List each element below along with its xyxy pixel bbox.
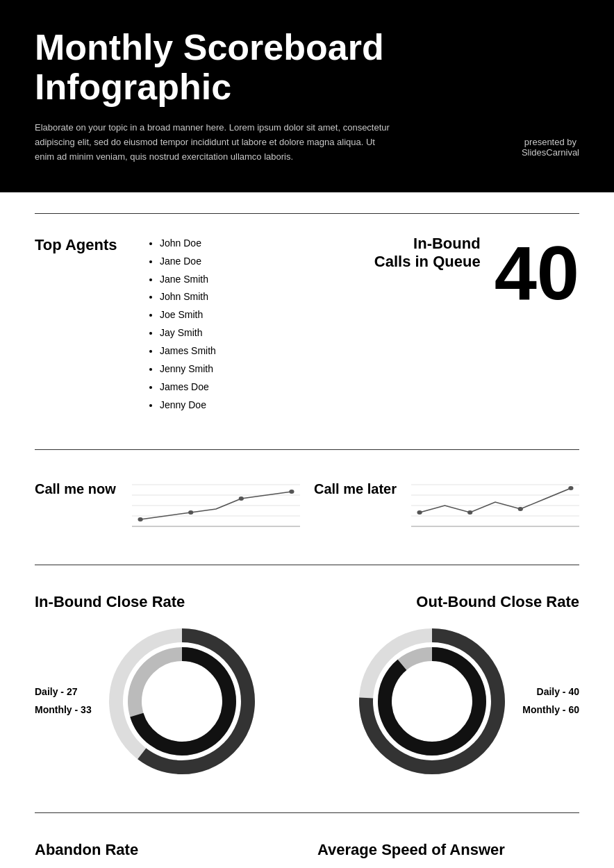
call-me-later-title: Call me later (314, 474, 397, 497)
divider-1 (35, 213, 579, 214)
top-agents-section: Top Agents John Doe Jane Doe Jane Smith … (35, 228, 579, 428)
divider-4 (35, 812, 579, 813)
inbound-close-rate-title: In-Bound Close Rate (35, 593, 185, 611)
svg-point-27 (403, 672, 461, 731)
call-me-later-block: Call me later (314, 474, 579, 530)
svg-point-15 (518, 507, 523, 511)
inbound-donut-svg (106, 625, 258, 778)
abandon-rate-block: Abandon Rate Series1 Series2 Series3 (35, 841, 297, 868)
presented-by: presented by SlidesCarnival (522, 137, 579, 158)
call-me-now-title: Call me now (35, 474, 118, 497)
inbound-donut-labels: Daily - 27 Monthly - 33 (35, 683, 92, 718)
header-description: Elaborate on your topic in a broad manne… (35, 121, 396, 164)
svg-point-16 (568, 486, 573, 490)
svg-point-22 (153, 672, 211, 731)
call-me-later-chart (411, 474, 579, 530)
divider-2 (35, 449, 579, 450)
list-item: James Smith (160, 342, 271, 360)
call-me-section: Call me now (35, 464, 579, 544)
call-me-now-block: Call me now (35, 474, 300, 530)
agents-list: John Doe Jane Doe Jane Smith John Smith … (146, 235, 271, 415)
list-item: James Doe (160, 378, 271, 397)
header: Monthly Scoreboard Infographic Elaborate… (0, 0, 614, 192)
avg-speed-block: Average Speed of Answer Elaborate here. (317, 841, 579, 868)
avg-speed-title: Average Speed of Answer (317, 841, 579, 859)
list-item: John Doe (160, 235, 271, 253)
svg-point-4 (138, 517, 142, 521)
list-item: Joe Smith (160, 306, 271, 324)
inbound-queue-label: In-Bound Calls in Queue (374, 235, 481, 272)
list-item: Jane Smith (160, 271, 271, 289)
inbound-queue-number: 40 (495, 235, 579, 311)
main-content: Top Agents John Doe Jane Doe Jane Smith … (0, 213, 614, 868)
close-rate-header: In-Bound Close Rate Out-Bound Close Rate (35, 593, 579, 611)
list-item: Jay Smith (160, 324, 271, 342)
inbound-queue: In-Bound Calls in Queue 40 (374, 235, 579, 311)
svg-point-13 (417, 510, 422, 515)
page-title: Monthly Scoreboard Infographic (35, 28, 579, 107)
list-item: Jenny Doe (160, 397, 271, 415)
list-item: John Smith (160, 288, 271, 306)
abandon-rate-title: Abandon Rate (35, 841, 297, 859)
close-rate-charts: Daily - 27 Monthly - 33 Daily - 40 (35, 625, 579, 778)
inbound-donut-block: Daily - 27 Monthly - 33 (35, 625, 258, 778)
line-chart-now-svg (132, 474, 300, 530)
bottom-section: Abandon Rate Series1 Series2 Series3 (35, 827, 579, 868)
call-me-now-chart (132, 474, 300, 530)
svg-point-5 (188, 510, 193, 515)
outbound-donut-labels: Daily - 40 Monthly - 60 (522, 683, 579, 718)
list-item: Jane Doe (160, 253, 271, 271)
list-item: Jenny Smith (160, 360, 271, 378)
svg-point-7 (289, 490, 294, 494)
outbound-donut-svg (356, 625, 508, 778)
outbound-close-rate-title: Out-Bound Close Rate (416, 593, 579, 611)
close-rate-section: In-Bound Close Rate Out-Bound Close Rate… (35, 579, 579, 792)
top-agents-title: Top Agents (35, 235, 146, 254)
outbound-donut-block: Daily - 40 Monthly - 60 (356, 625, 579, 778)
divider-3 (35, 565, 579, 565)
gauge-svg (345, 862, 553, 868)
svg-point-14 (467, 510, 472, 515)
line-chart-later-svg (411, 474, 579, 530)
svg-point-6 (239, 496, 244, 501)
